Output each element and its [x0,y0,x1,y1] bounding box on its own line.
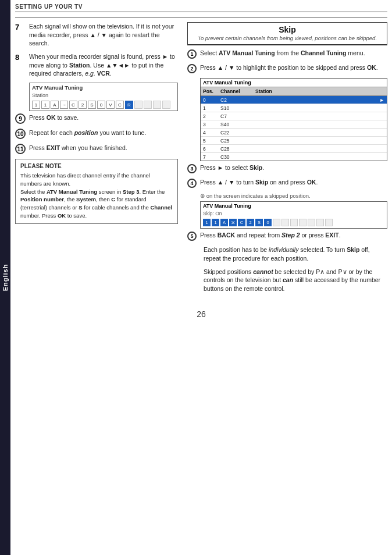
right-column: Skip To prevent certain channels from be… [187,22,387,298]
skip-subtitle: To prevent certain channels from being v… [190,34,384,42]
step-7: 7 Each signal will show on the televisio… [15,22,178,48]
skip-symbol-note: ⊛ on the screen indicates a skipped posi… [200,193,387,199]
atv-manual-tuning-box-1: ATV Manual Tuning Station 1 1 A → C 2 S … [29,83,178,111]
skip-char-11 [299,219,307,226]
channel-row-0: 0 C2 ► [201,96,387,104]
channel-row-6: 6 C28 [201,145,387,153]
channel-row-7: 7 C30 [201,153,387,161]
row-3-arrow [377,122,384,127]
skip-char-12 [308,219,315,226]
r-step-3-number: 3 [187,164,197,173]
skip-char-1: 1 [212,219,219,226]
skip-char-9 [281,219,289,226]
skip-char-14 [325,219,333,226]
footer-text-1-container: Each position has to be individually sel… [187,246,387,262]
row-2-channel: C7 [220,113,255,119]
row-2-arrow [377,113,384,119]
r-step-4: 4 Press ▲ / ▼ to turn Skip on and press … [187,178,387,188]
row-6-channel: C28 [220,146,255,152]
skip-char-5: 2 [247,219,254,226]
channel-table: ATV Manual Tuning Pos. Channel Station 0… [200,78,387,161]
main-content: SETTING UP YOUR TV 7 Each signal will sh… [10,0,392,323]
r-step-2: 2 Press ▲ / ▼ to highlight the position … [187,63,387,73]
r-step-5-text: Press BACK and repeat from Step 2 or pre… [200,231,387,240]
skip-title: Skip [190,25,384,34]
step-9-text: Press OK to save. [29,113,79,122]
atv-char-8: V [106,101,115,109]
row-6-pos: 6 [203,146,220,152]
row-0-channel: C2 [220,97,255,103]
atv-char-11 [134,101,142,109]
r-step-4-text: Press ▲ / ▼ to turn Skip on and press OK… [200,178,387,187]
atv-char-6: S [88,101,96,109]
header-label: SETTING UP YOUR TV [15,3,83,10]
step-10-text: Repeat for each position you want to tun… [29,129,146,137]
atv-char-12 [144,101,152,109]
please-note-title: PLEASE NOTE [20,163,173,169]
channel-row-1: 1 S10 [201,104,387,112]
row-2-station [255,113,377,119]
row-7-station [255,154,377,160]
row-4-channel: C22 [220,130,255,136]
row-3-pos: 3 [203,122,220,127]
step-7-number: 7 [15,23,26,31]
please-note-box: PLEASE NOTE This television has direct c… [15,159,178,224]
row-1-arrow [377,105,384,111]
skip-char-4: C [238,219,245,226]
atv-char-7: 0 [97,101,105,109]
atv-char-13 [153,101,161,109]
step-8-number: 8 [15,53,26,62]
atv-char-5: 2 [79,101,87,109]
r-step-5: 5 Press BACK and repeat from Step 2 or p… [187,231,387,241]
atv-chars-row: 1 1 A → C 2 S 0 V C R [30,99,177,111]
two-column-layout: 7 Each signal will show on the televisio… [15,22,387,298]
skip-char-13 [316,219,324,226]
footer-text-2: Skipped positions cannot be selected by … [204,268,387,293]
skip-char-0: 1 [203,219,211,226]
atv-box-1-subtitle: Station [30,92,177,99]
channel-row-4: 4 C22 [201,129,387,137]
skip-char-2: A [220,219,228,226]
left-column: 7 Each signal will show on the televisio… [15,22,178,298]
row-6-arrow [377,146,384,152]
atv-char-3: → [60,101,68,109]
row-3-channel: S40 [220,122,255,127]
row-5-arrow [377,138,384,144]
row-3-station [255,122,377,127]
row-6-station [255,146,377,152]
row-4-arrow [377,130,384,136]
row-5-pos: 5 [203,138,220,144]
step-11: 11 Press EXIT when you have finished. [15,144,178,154]
step-11-number: 11 [15,144,26,154]
row-4-station [255,130,377,136]
atv-char-10: R [125,101,133,109]
col-pos: Pos. [203,88,220,94]
r-step-3: 3 Press ► to select Skip. [187,163,387,173]
skip-atv-subtitle: Skip: On [201,210,387,217]
row-1-station [255,105,377,111]
atv-char-14 [162,101,170,109]
step-7-text: Each signal will show on the television.… [29,22,178,48]
r-step-2-text: Press ▲ / ▼ to highlight the position to… [200,63,387,72]
skip-atv-box: ATV Manual Tuning Skip: On 1 1 A ✕ C 2 S… [200,201,387,229]
atv-char-9: C [116,101,124,109]
atv-char-2: A [51,101,59,109]
skip-char-6: S [255,219,263,226]
r-step-1: 1 Select ATV Manual Tuning from the Chan… [187,49,387,59]
page-number: 26 [15,309,387,319]
row-7-channel: C30 [220,154,255,160]
row-1-pos: 1 [203,105,220,111]
channel-table-header: Pos. Channel Station [201,87,387,96]
channel-table-title: ATV Manual Tuning [201,79,387,87]
please-note-text: This television has direct channel entry… [20,172,173,220]
row-7-arrow [377,154,384,160]
header-divider [15,17,387,17]
row-0-station [255,97,377,103]
step-9: 9 Press OK to save. [15,113,178,124]
atv-char-4: C [69,101,77,109]
skip-char-3: ✕ [229,219,237,226]
row-5-station [255,138,377,144]
skip-char-8 [273,219,280,226]
r-step-1-number: 1 [187,49,197,59]
side-tab-label: English [2,264,9,291]
